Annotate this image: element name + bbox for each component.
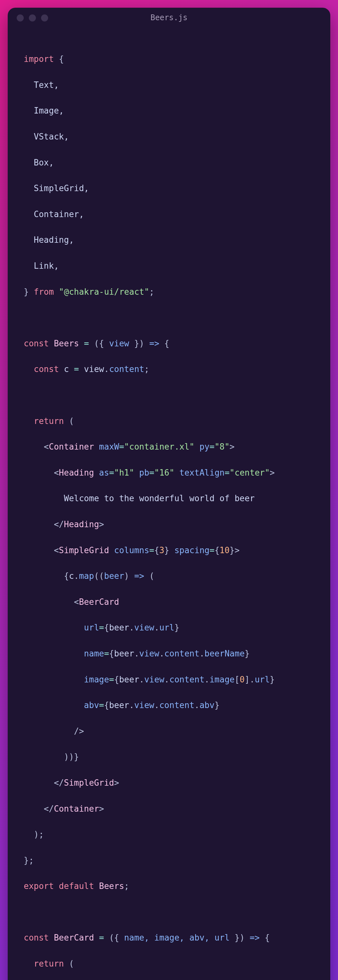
punct: > bbox=[114, 778, 119, 788]
tag: SimpleGrid bbox=[59, 546, 109, 555]
punct: { bbox=[54, 54, 64, 64]
ident: beer bbox=[109, 700, 129, 710]
op: = bbox=[209, 546, 215, 555]
tag: < bbox=[24, 597, 79, 607]
tag: < bbox=[24, 546, 59, 555]
op: = bbox=[149, 546, 154, 555]
attr: abv bbox=[24, 700, 99, 710]
attr: image bbox=[24, 675, 109, 684]
punct: > bbox=[230, 442, 235, 452]
prop: view bbox=[134, 623, 154, 632]
attr: maxW bbox=[94, 442, 119, 452]
ident: Text, bbox=[24, 80, 59, 90]
arrow: => bbox=[249, 933, 260, 942]
number: 3 bbox=[159, 546, 164, 555]
punct: }) bbox=[230, 933, 250, 942]
prop: url bbox=[159, 623, 174, 632]
op: = bbox=[99, 623, 104, 632]
maximize-icon[interactable] bbox=[41, 14, 48, 21]
punct: . bbox=[164, 675, 169, 684]
tag: BeerCard bbox=[79, 597, 119, 607]
punct: . bbox=[74, 571, 79, 581]
tag: Container bbox=[54, 804, 99, 814]
keyword: const bbox=[24, 339, 49, 348]
ident: Beers bbox=[94, 881, 124, 891]
punct: . bbox=[205, 675, 210, 684]
punct: ; bbox=[124, 881, 129, 891]
punct: . bbox=[129, 623, 134, 632]
punct: ; bbox=[149, 287, 154, 297]
op: = bbox=[119, 442, 124, 452]
punct: } bbox=[24, 287, 33, 297]
close-icon[interactable] bbox=[17, 14, 24, 21]
prop: content bbox=[169, 675, 205, 684]
keyword: import bbox=[24, 54, 54, 64]
punct: }; bbox=[24, 856, 33, 865]
attr: columns bbox=[109, 546, 149, 555]
punct: > bbox=[99, 520, 104, 529]
punct: ( bbox=[64, 959, 74, 969]
punct: { bbox=[104, 700, 109, 710]
ident: Image, bbox=[24, 106, 64, 115]
string: "h1" bbox=[114, 468, 134, 477]
punct: { bbox=[260, 933, 270, 942]
op: = bbox=[79, 339, 89, 348]
punct: > bbox=[99, 804, 104, 814]
punct: { bbox=[109, 649, 114, 659]
param: beer bbox=[104, 571, 124, 581]
prop: content bbox=[109, 364, 144, 374]
punct: . bbox=[104, 364, 109, 374]
punct: } bbox=[164, 546, 169, 555]
punct: . bbox=[195, 700, 199, 710]
ident: beer bbox=[114, 649, 134, 659]
punct: . bbox=[154, 700, 159, 710]
punct: { bbox=[24, 571, 69, 581]
tag: Heading bbox=[64, 520, 99, 529]
keyword: const bbox=[24, 364, 59, 374]
op: = bbox=[225, 468, 230, 477]
prop: url bbox=[255, 675, 270, 684]
ident: beer bbox=[119, 675, 139, 684]
attr: spacing bbox=[169, 546, 209, 555]
minimize-icon[interactable] bbox=[29, 14, 36, 21]
string: "16" bbox=[154, 468, 174, 477]
number: 10 bbox=[220, 546, 230, 555]
punct: . bbox=[134, 649, 139, 659]
punct: . bbox=[249, 675, 255, 684]
keyword: const bbox=[24, 933, 49, 942]
ident: c bbox=[59, 364, 69, 374]
tag: Container bbox=[49, 442, 94, 452]
ident: beer bbox=[109, 623, 129, 632]
string: "@chakra-ui/react" bbox=[54, 287, 149, 297]
punct: . bbox=[159, 649, 164, 659]
punct: }) bbox=[129, 339, 150, 348]
editor-window: Beers.js import { Text, Image, VStack, B… bbox=[8, 8, 330, 980]
tag: </ bbox=[24, 804, 54, 814]
punct: ({ bbox=[89, 339, 109, 348]
punct: [ bbox=[235, 675, 240, 684]
punct: > bbox=[270, 468, 275, 477]
arrow: => bbox=[149, 339, 159, 348]
param: view bbox=[109, 339, 129, 348]
punct: . bbox=[154, 623, 159, 632]
tag: SimpleGrid bbox=[64, 778, 114, 788]
traffic-lights bbox=[17, 14, 48, 21]
ident: Link, bbox=[24, 261, 59, 270]
keyword: return bbox=[24, 959, 64, 969]
op: = bbox=[149, 468, 154, 477]
attr: as bbox=[94, 468, 109, 477]
param: name, image, abv, url bbox=[124, 933, 230, 942]
ident: Heading, bbox=[24, 235, 74, 245]
code-editor[interactable]: import { Text, Image, VStack, Box, Simpl… bbox=[8, 28, 330, 980]
titlebar: Beers.js bbox=[8, 8, 330, 28]
punct: } bbox=[270, 675, 275, 684]
keyword: from bbox=[33, 287, 54, 297]
op: = bbox=[109, 468, 114, 477]
method: map bbox=[79, 571, 94, 581]
tag: </ bbox=[24, 520, 64, 529]
punct: . bbox=[139, 675, 144, 684]
prop: image bbox=[209, 675, 234, 684]
punct: } bbox=[230, 546, 235, 555]
punct: } bbox=[174, 623, 180, 632]
string: "container.xl" bbox=[124, 442, 195, 452]
